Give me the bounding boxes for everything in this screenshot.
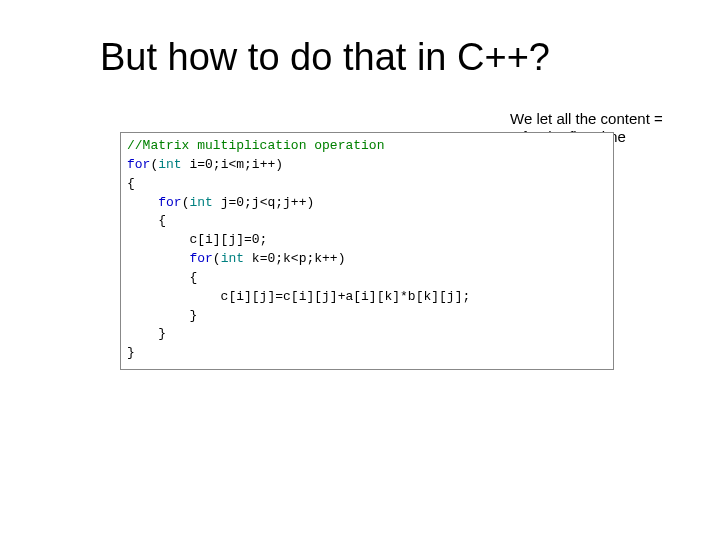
slide: But how to do that in C++? We let all th… — [0, 0, 720, 540]
code-block: //Matrix multiplication operation for(in… — [120, 132, 614, 370]
code-text: } — [127, 326, 166, 341]
code-content: //Matrix multiplication operation for(in… — [127, 137, 607, 363]
slide-title: But how to do that in C++? — [100, 36, 550, 79]
kw-for: for — [127, 157, 150, 172]
code-text: { — [127, 176, 135, 191]
kw-int: int — [221, 251, 244, 266]
code-comment: //Matrix multiplication operation — [127, 138, 384, 153]
code-text: i=0;i<m;i++) — [182, 157, 283, 172]
kw-for: for — [158, 195, 181, 210]
code-text: j=0;j<q;j++) — [213, 195, 314, 210]
code-text: } — [127, 308, 197, 323]
kw-int: int — [189, 195, 212, 210]
kw-int: int — [158, 157, 181, 172]
annotation-line1: We let all the content = — [510, 110, 663, 127]
code-text: { — [127, 270, 197, 285]
code-text: } — [127, 345, 135, 360]
code-text: { — [127, 213, 166, 228]
code-text: c[i][j]=0; — [127, 232, 267, 247]
code-text: k=0;k<p;k++) — [244, 251, 345, 266]
kw-for: for — [189, 251, 212, 266]
code-text: c[i][j]=c[i][j]+a[i][k]*b[k][j]; — [127, 289, 470, 304]
